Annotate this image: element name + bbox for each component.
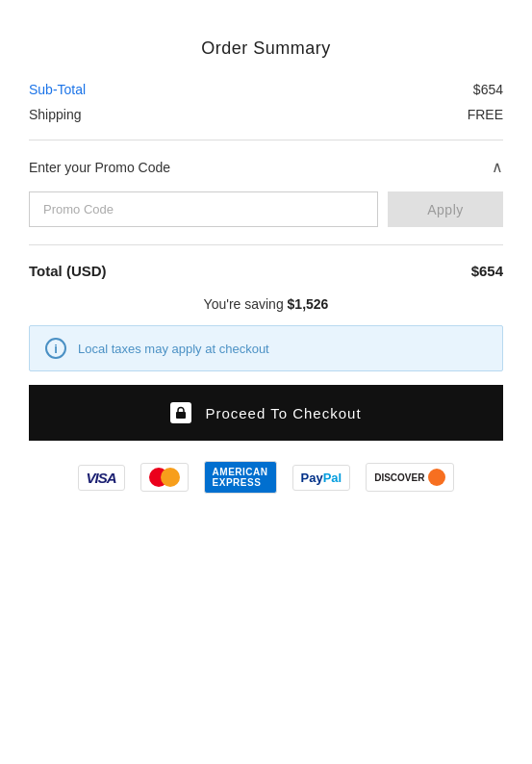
saving-amount: $1,526 — [288, 296, 329, 312]
checkout-button[interactable]: Proceed To Checkout — [29, 385, 503, 441]
subtotal-label: Sub-Total — [29, 82, 86, 97]
mastercard-payment-icon — [140, 462, 189, 493]
promo-row: Apply — [29, 191, 503, 227]
shipping-label: Shipping — [29, 107, 82, 122]
order-summary-card: Order Summary Sub-Total $654 Shipping FR… — [19, 19, 513, 512]
total-value: $654 — [471, 263, 503, 279]
promo-section-label: Enter your Promo Code — [29, 160, 170, 175]
total-row: Total (USD) $654 — [29, 263, 503, 279]
shipping-value: FREE — [468, 107, 503, 122]
lock-icon — [170, 402, 191, 423]
apply-button[interactable]: Apply — [388, 191, 503, 227]
shipping-row: Shipping FREE — [29, 107, 503, 122]
chevron-up-icon: ∧ — [492, 158, 503, 176]
page-title: Order Summary — [29, 38, 503, 59]
divider-2 — [29, 244, 503, 245]
checkout-button-label: Proceed To Checkout — [205, 405, 361, 421]
info-banner-text: Local taxes may apply at checkout — [78, 342, 269, 356]
paypal-payment-icon: PayPal — [292, 462, 351, 493]
discover-payment-icon: DISCOVER — [366, 462, 454, 493]
amex-payment-icon: AMERICANEXPRESS — [204, 462, 277, 493]
svg-rect-0 — [176, 412, 186, 419]
saving-text: You're saving $1,526 — [29, 296, 503, 312]
divider-1 — [29, 140, 503, 140]
total-label: Total (USD) — [29, 263, 107, 279]
subtotal-value: $654 — [473, 82, 503, 97]
promo-toggle[interactable]: Enter your Promo Code ∧ — [29, 158, 503, 176]
visa-payment-icon: VISA — [78, 462, 125, 493]
payment-icons: VISA AMERICANEXPRESS PayPal DISCOVER — [29, 462, 503, 493]
info-icon: i — [45, 338, 66, 359]
promo-code-input[interactable] — [29, 191, 378, 227]
subtotal-row: Sub-Total $654 — [29, 82, 503, 97]
info-banner: i Local taxes may apply at checkout — [29, 325, 503, 371]
